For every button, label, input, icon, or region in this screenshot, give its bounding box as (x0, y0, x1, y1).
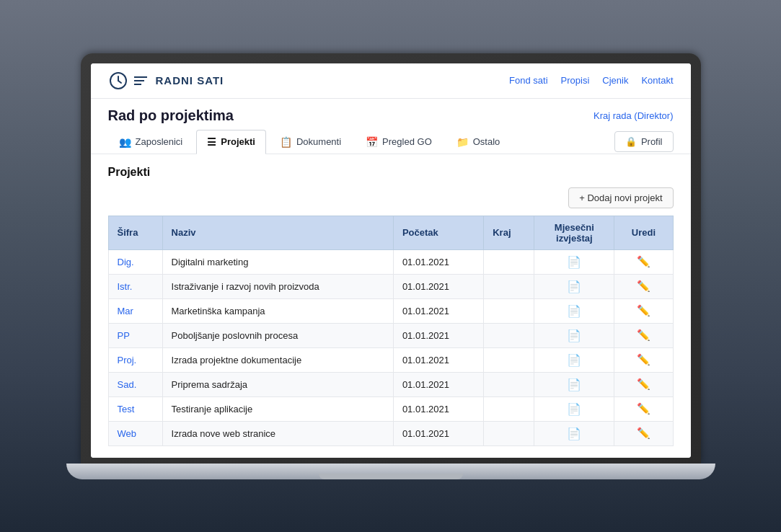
logo-area: RADNI SATI (108, 71, 224, 91)
col-sifra: Šifra (108, 216, 162, 249)
add-btn-row: + Dodaj novi projekt (108, 187, 674, 208)
nav-cjenik[interactable]: Cjenik (602, 75, 628, 86)
col-pocetak: Početak (393, 216, 483, 249)
nav-propisi[interactable]: Propisi (561, 75, 590, 86)
edit-icon[interactable]: ✏️ (637, 427, 650, 439)
profil-label: Profil (641, 136, 663, 147)
edit-icon[interactable]: ✏️ (637, 353, 650, 365)
edit-icon[interactable]: ✏️ (637, 304, 650, 316)
tabs-left: 👥 Zaposlenici ☰ Projekti 📋 Dokumenti 📅 P… (108, 130, 511, 154)
table-row: WebIzrada nove web stranice01.01.2021📄✏️ (108, 421, 673, 445)
cell-pocetak: 01.01.2021 (393, 323, 483, 347)
tab-zaposlenici-label: Zaposlenici (136, 136, 183, 147)
nav-kontakt[interactable]: Kontakt (641, 75, 673, 86)
cell-sifra: Mar (108, 298, 162, 323)
cell-uredi[interactable]: ✏️ (614, 347, 673, 372)
report-icon: 📄 (567, 256, 581, 268)
tab-pregled-go-label: Pregled GO (382, 136, 432, 147)
laptop-screen-border: RADNI SATI Fond sati Propisi Cjenik Kont… (81, 53, 701, 464)
cell-uredi[interactable]: ✏️ (614, 372, 673, 396)
cell-naziv: Izrada projektne dokumentacije (162, 347, 393, 372)
cell-naziv: Marketinška kampanja (162, 298, 393, 323)
laptop-wrapper: RADNI SATI Fond sati Propisi Cjenik Kont… (81, 53, 701, 479)
clock-icon (108, 71, 128, 91)
report-icon: 📄 (567, 280, 581, 293)
cell-izvjestaj[interactable]: 📄 (534, 274, 614, 298)
edit-icon[interactable]: ✏️ (637, 255, 650, 267)
cell-izvjestaj[interactable]: 📄 (534, 421, 614, 445)
cell-naziv: Digitalni marketing (162, 249, 393, 274)
cell-pocetak: 01.01.2021 (393, 298, 483, 323)
table-header-row: Šifra Naziv Početak Kraj Mjesečni izvješ… (108, 216, 673, 249)
ostalo-icon: 📁 (456, 136, 469, 148)
kraj-rada-link[interactable]: Kraj rada (Direktor) (594, 110, 674, 121)
tab-ostalo[interactable]: 📁 Ostalo (446, 130, 511, 154)
report-icon: 📄 (567, 427, 581, 440)
cell-kraj (484, 347, 534, 372)
tab-projekti-label: Projekti (221, 136, 255, 147)
top-nav: Fond sati Propisi Cjenik Kontakt (509, 75, 673, 86)
tab-zaposlenici[interactable]: 👥 Zaposlenici (108, 130, 194, 154)
content-area: Projekti + Dodaj novi projekt Šifra Nazi… (91, 154, 691, 458)
nav-fond-sati[interactable]: Fond sati (509, 75, 547, 86)
cell-sifra: Test (108, 396, 162, 421)
report-icon: 📄 (567, 354, 581, 366)
cell-kraj (484, 323, 534, 347)
cell-pocetak: 01.01.2021 (393, 372, 483, 396)
cell-uredi[interactable]: ✏️ (614, 298, 673, 323)
cell-naziv: Poboljšanje poslovnih procesa (162, 323, 393, 347)
add-project-button[interactable]: + Dodaj novi projekt (568, 187, 673, 208)
tab-dokumenti-label: Dokumenti (296, 136, 341, 147)
cell-sifra: PP (108, 323, 162, 347)
table-row: Istr.Istraživanje i razvoj novih proizvo… (108, 274, 673, 298)
cell-uredi[interactable]: ✏️ (614, 249, 673, 274)
cell-izvjestaj[interactable]: 📄 (534, 298, 614, 323)
logo-text: RADNI SATI (156, 74, 224, 87)
tab-projekti[interactable]: ☰ Projekti (196, 130, 266, 154)
cell-uredi[interactable]: ✏️ (614, 274, 673, 298)
cell-kraj (484, 298, 534, 323)
page-title-bar: Rad po projektima Kraj rada (Direktor) (91, 99, 691, 130)
table-row: Proj.Izrada projektne dokumentacije01.01… (108, 347, 673, 372)
col-izvjestaj: Mjesečni izvještaj (534, 216, 614, 249)
edit-icon[interactable]: ✏️ (637, 329, 650, 341)
dokumenti-icon: 📋 (280, 136, 292, 148)
cell-pocetak: 01.01.2021 (393, 274, 483, 298)
logo-lines-icon (134, 76, 147, 85)
cell-pocetak: 01.01.2021 (393, 421, 483, 445)
col-kraj: Kraj (484, 216, 534, 249)
cell-izvjestaj[interactable]: 📄 (534, 347, 614, 372)
cell-izvjestaj[interactable]: 📄 (534, 249, 614, 274)
cell-naziv: Priprema sadržaja (162, 372, 393, 396)
cell-uredi[interactable]: ✏️ (614, 323, 673, 347)
cell-pocetak: 01.01.2021 (393, 249, 483, 274)
edit-icon[interactable]: ✏️ (637, 280, 650, 292)
section-title: Projekti (108, 166, 674, 179)
table-row: Sad.Priprema sadržaja01.01.2021📄✏️ (108, 372, 673, 396)
cell-sifra: Proj. (108, 347, 162, 372)
tab-profil[interactable]: 🔒 Profil (614, 131, 674, 152)
cell-kraj (484, 372, 534, 396)
cell-uredi[interactable]: ✏️ (614, 421, 673, 445)
page-title: Rad po projektima (108, 107, 234, 124)
cell-kraj (484, 274, 534, 298)
cell-sifra: Dig. (108, 249, 162, 274)
edit-icon[interactable]: ✏️ (637, 378, 650, 390)
cell-pocetak: 01.01.2021 (393, 396, 483, 421)
svg-line-2 (118, 81, 121, 83)
zaposlenici-icon: 👥 (119, 136, 131, 148)
pregled-go-icon: 📅 (366, 136, 378, 148)
edit-icon[interactable]: ✏️ (637, 402, 650, 414)
cell-izvjestaj[interactable]: 📄 (534, 396, 614, 421)
cell-kraj (484, 249, 534, 274)
cell-sifra: Web (108, 421, 162, 445)
tab-dokumenti[interactable]: 📋 Dokumenti (269, 130, 352, 154)
tab-ostalo-label: Ostalo (473, 136, 500, 147)
tab-pregled-go[interactable]: 📅 Pregled GO (355, 130, 443, 154)
app-header: RADNI SATI Fond sati Propisi Cjenik Kont… (91, 63, 691, 99)
table-row: TestTestiranje aplikacije01.01.2021📄✏️ (108, 396, 673, 421)
report-icon: 📄 (567, 305, 581, 317)
cell-izvjestaj[interactable]: 📄 (534, 372, 614, 396)
cell-izvjestaj[interactable]: 📄 (534, 323, 614, 347)
cell-uredi[interactable]: ✏️ (614, 396, 673, 421)
